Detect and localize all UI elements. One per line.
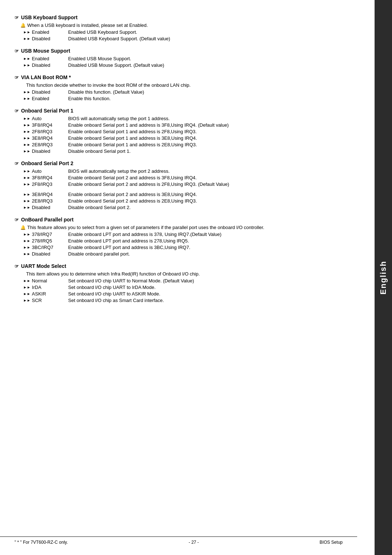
section-icon: ☞ [15, 161, 19, 166]
bullet-icon [23, 192, 30, 196]
entry-key: 3F8/IRQ4 [32, 175, 68, 180]
entry-value: Disabled USB Mouse Support. (Default val… [68, 62, 164, 68]
entry-value: BIOS will automatically setup the port 1… [68, 116, 170, 121]
entry-key: 2F8/IRQ3 [32, 181, 68, 187]
entry-value: Set onboard I/O chip as Smart Card inter… [68, 298, 164, 303]
bullet-icon [23, 142, 30, 147]
entry-key: Enabled [32, 29, 68, 35]
entry-row: 3F8/IRQ4 Enable onboard Serial port 2 an… [15, 175, 353, 180]
section-via-lan: ☞ VIA LAN Boot ROM * This function decid… [15, 74, 353, 101]
bullet-icon [23, 149, 30, 153]
entry-value: Disable onboard Serial port 1. [68, 148, 131, 154]
entry-key: 3F8/IRQ4 [32, 122, 68, 128]
section-title-usb-mouse: ☞ USB Mouse Support [15, 48, 353, 54]
entry-key: Enabled [32, 56, 68, 61]
entry-row: ASKIR Set onboard I/O chip UART to ASKIR… [15, 291, 353, 297]
section-title-serial-2: ☞ Onboard Serial Port 2 [15, 160, 353, 166]
section-icon: ☞ [15, 108, 19, 114]
entry-value: Enable onboard LPT port and address is 2… [68, 238, 189, 244]
entry-key: Auto [32, 168, 68, 174]
entry-value: Enable onboard Serial port 2 and address… [68, 198, 197, 204]
section-icon: ☞ [15, 15, 19, 20]
section-title-text: Onboard Serial Port 1 [21, 108, 73, 114]
entry-row: Disabled Disable onboard Serial port 2. [15, 205, 353, 210]
entry-row: 2F8/IRQ3 Enable onboard Serial port 1 an… [15, 129, 353, 134]
entry-key: ASKIR [32, 291, 68, 297]
usb-keyboard-note: 🔔 When a USB keyboard is installed, plea… [15, 23, 353, 28]
entry-value: Disable this function. (Default Value) [68, 89, 144, 95]
section-serial-1: ☞ Onboard Serial Port 1 Auto BIOS will a… [15, 108, 353, 154]
entry-key: Normal [32, 278, 68, 283]
footer-note: " * " For 7VT600-RZ-C only. [15, 540, 68, 545]
entry-row: Auto BIOS will automatically setup the p… [15, 168, 353, 174]
parallel-note: 🔔 This feature allows you to select from… [15, 225, 353, 230]
entry-value: Enable onboard Serial port 2 and address… [68, 192, 197, 197]
divider [15, 188, 353, 192]
bullet-icon [23, 96, 30, 101]
entry-key: 3E8/IRQ4 [32, 135, 68, 141]
note-icon: 🔔 [20, 225, 26, 230]
bullet-icon [23, 123, 30, 127]
bullet-icon [23, 199, 30, 203]
entry-key: Disabled [32, 251, 68, 257]
note-text: This function decide whether to invoke t… [20, 82, 191, 88]
bullet-icon [23, 129, 30, 134]
bullet-icon [23, 169, 30, 173]
entry-key: Disabled [32, 205, 68, 210]
bullet-icon [23, 278, 30, 283]
entry-key: Disabled [32, 36, 68, 41]
entry-row: 378/IRQ7 Enable onboard LPT port and add… [15, 232, 353, 237]
sidebar-label: English [379, 261, 388, 294]
entry-row: Auto BIOS will automatically setup the p… [15, 116, 353, 121]
bullet-icon [23, 116, 30, 121]
note-icon: 🔔 [20, 23, 26, 28]
note-text: When a USB keyboard is installed, please… [27, 23, 148, 28]
entry-value: Enable onboard Serial port 2 and address… [68, 175, 197, 180]
entry-value: Disable onboard parallel port. [68, 251, 130, 257]
entry-row: Normal Set onboard I/O chip UART to Norm… [15, 278, 353, 283]
entry-key: IrDA [32, 285, 68, 290]
bullet-icon [23, 238, 30, 243]
entry-value: Enable onboard Serial port 1 and address… [68, 129, 197, 134]
section-icon: ☞ [15, 217, 19, 223]
bullet-icon [23, 298, 30, 302]
entry-key: 3E8/IRQ4 [32, 192, 68, 197]
bullet-icon [23, 232, 30, 236]
entry-row: SCR Set onboard I/O chip as Smart Card i… [15, 298, 353, 303]
section-uart: ☞ UART Mode Select This item allows you … [15, 263, 353, 303]
bullet-icon [23, 136, 30, 140]
footer-page: - 27 - [189, 540, 199, 545]
entry-value: BIOS will automatically setup the port 2… [68, 168, 170, 174]
section-parallel: ☞ OnBoard Parallel port 🔔 This feature a… [15, 217, 353, 257]
entry-row: Disabled Disable this function. (Default… [15, 89, 353, 95]
entry-row: 278/IRQ5 Enable onboard LPT port and add… [15, 238, 353, 244]
entry-value: Disable onboard Serial port 2. [68, 205, 131, 210]
entry-value: Set onboard I/O chip UART to Normal Mode… [68, 278, 194, 283]
entry-key: Enabled [32, 96, 68, 101]
entry-value: Enabled USB Mouse Support. [68, 56, 131, 61]
bullet-icon [23, 245, 30, 249]
section-title-serial-1: ☞ Onboard Serial Port 1 [15, 108, 353, 114]
entry-row: 2E8/IRQ3 Enable onboard Serial port 2 an… [15, 198, 353, 204]
entry-row: Enabled Enabled USB Mouse Support. [15, 56, 353, 61]
section-usb-mouse: ☞ USB Mouse Support Enabled Enabled USB … [15, 48, 353, 68]
entry-key: 2F8/IRQ3 [32, 129, 68, 134]
uart-note: This item allows you to determine which … [15, 271, 353, 277]
entry-key: Disabled [32, 62, 68, 68]
section-icon: ☞ [15, 48, 19, 54]
note-text: This feature allows you to select from a… [27, 225, 264, 230]
footer: " * " For 7VT600-RZ-C only. - 27 - BIOS … [0, 536, 357, 548]
entry-value: Enable onboard Serial port 1 and address… [68, 135, 197, 141]
entry-key: Disabled [32, 148, 68, 154]
entry-value: Enable onboard Serial port 2 and address… [68, 181, 229, 187]
entry-value: Enable onboard Serial port 1 and address… [68, 142, 197, 147]
section-title-usb-keyboard: ☞ USB Keyboard Support [15, 15, 353, 20]
section-icon: ☞ [15, 75, 19, 80]
bullet-icon [23, 36, 30, 41]
bullet-icon [23, 175, 30, 180]
footer-title: BIOS Setup [320, 540, 343, 545]
entry-row: Enabled Enabled USB Keyboard Support. [15, 29, 353, 35]
entry-value: Set onboard I/O chip UART to IrDA Mode. [68, 285, 156, 290]
bullet-icon [23, 56, 30, 61]
entry-row: 3F8/IRQ4 Enable onboard Serial port 1 an… [15, 122, 353, 128]
